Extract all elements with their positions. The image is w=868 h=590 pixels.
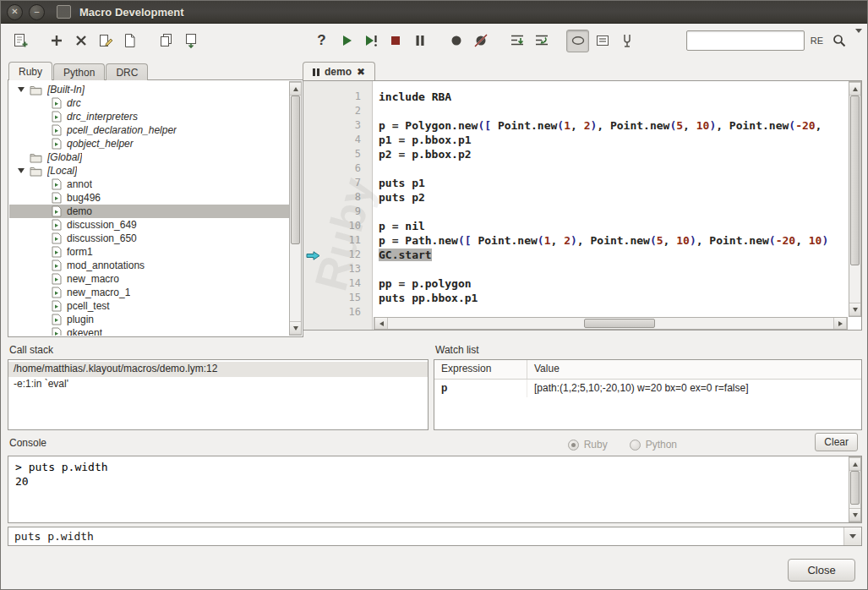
scroll-down-icon[interactable] xyxy=(849,303,860,316)
call-stack-item[interactable]: -e:1:in `eval' xyxy=(8,377,428,392)
code-line-11[interactable]: p = Path.new([ Point.new(1, 2), Point.ne… xyxy=(374,234,848,249)
tree-item-drc-interpreters[interactable]: drc_interpreters xyxy=(9,110,289,123)
line-number-15[interactable]: 15 xyxy=(303,292,372,306)
code-line-5[interactable]: p2 = p.bbox.p2 xyxy=(374,148,848,162)
line-number-14[interactable]: 14 xyxy=(303,277,372,292)
tree-vertical-scrollbar[interactable] xyxy=(289,81,302,336)
search-button[interactable] xyxy=(830,30,849,52)
tab-drc[interactable]: DRC xyxy=(106,63,148,80)
scroll-right-icon[interactable] xyxy=(833,318,847,329)
scroll-down-icon[interactable] xyxy=(290,321,301,335)
search-input[interactable] xyxy=(686,30,805,51)
code-line-9[interactable] xyxy=(374,205,848,220)
tree-item-demo[interactable]: demo xyxy=(9,205,289,218)
scroll-up-icon[interactable] xyxy=(849,82,860,96)
code-line-8[interactable]: puts p2 xyxy=(374,191,848,205)
console-input[interactable] xyxy=(8,530,843,543)
code-line-15[interactable]: puts pp.bbox.p1 xyxy=(374,292,848,306)
line-number-13[interactable]: 13 xyxy=(303,263,372,277)
code-line-14[interactable]: pp = p.polygon xyxy=(374,277,848,292)
debug-mode-toggle-button[interactable] xyxy=(566,30,589,52)
help-button[interactable]: ? xyxy=(310,30,333,52)
tab-ruby[interactable]: Ruby xyxy=(8,62,52,80)
tree-scroll-thumb[interactable] xyxy=(291,96,300,244)
rename-button[interactable] xyxy=(94,30,117,52)
tree-item-pcell-declaration-helper[interactable]: pcell_declaration_helper xyxy=(9,123,289,137)
line-number-8[interactable]: 8 xyxy=(303,191,372,205)
code-line-10[interactable]: p = nil xyxy=(374,220,848,234)
search-options-chevron[interactable] xyxy=(855,33,862,48)
scroll-down-icon[interactable] xyxy=(849,508,860,522)
line-number-5[interactable]: 5 xyxy=(303,148,372,162)
tree-item-annot[interactable]: annot xyxy=(9,178,289,191)
new-macro-button[interactable] xyxy=(8,30,31,52)
tree-item-global[interactable]: [Global] xyxy=(9,150,289,164)
run-from-current-button[interactable] xyxy=(359,30,382,52)
tree-item-new-macro[interactable]: new_macro xyxy=(9,272,289,286)
step-into-button[interactable] xyxy=(505,30,528,52)
code-line-12[interactable]: GC.start xyxy=(374,249,848,263)
tree-item-local[interactable]: [Local] xyxy=(9,164,289,178)
line-number-4[interactable]: 4 xyxy=(303,134,372,148)
clear-breakpoints-button[interactable] xyxy=(469,30,492,52)
tree-item-drc[interactable]: drc xyxy=(9,96,289,110)
line-number-7[interactable]: 7 xyxy=(303,177,372,191)
column-header-expression[interactable]: Expression xyxy=(434,360,527,379)
editor-horizontal-scrollbar[interactable] xyxy=(374,317,848,330)
step-over-button[interactable] xyxy=(530,30,553,52)
line-number-3[interactable]: 3 xyxy=(303,119,372,134)
code-line-7[interactable]: puts p1 xyxy=(374,177,848,191)
code-line-13[interactable] xyxy=(374,263,848,277)
tree-item-pcell-test[interactable]: pcell_test xyxy=(9,299,289,313)
save-all-button[interactable] xyxy=(155,30,177,52)
code-area[interactable]: include RBAp = Polygon.new([ Point.new(1… xyxy=(374,81,848,330)
line-number-6[interactable]: 6 xyxy=(303,162,372,177)
tree-item-new-macro-1[interactable]: new_macro_1 xyxy=(9,286,289,299)
tree-item-discussion-650[interactable]: discussion_650 xyxy=(9,232,289,245)
line-number-16[interactable]: 16 xyxy=(303,306,372,320)
console-history-dropdown[interactable] xyxy=(843,527,861,545)
call-stack-item[interactable]: /home/matthias/.klayout/macros/demo.lym:… xyxy=(8,362,428,377)
clear-button[interactable]: Clear xyxy=(815,433,858,451)
code-line-1[interactable]: include RBA xyxy=(374,90,848,105)
delete-button[interactable] xyxy=(69,30,92,52)
run-button[interactable] xyxy=(335,30,358,52)
tree-item-form1[interactable]: form1 xyxy=(9,245,289,259)
tree-item-mod-annotations[interactable]: mod_annotations xyxy=(9,259,289,272)
console-vertical-scrollbar[interactable] xyxy=(849,456,861,522)
tree-item-discussion-649[interactable]: discussion_649 xyxy=(9,218,289,232)
line-number-2[interactable]: 2 xyxy=(303,105,372,119)
code-line-3[interactable]: p = Polygon.new([ Point.new(1, 2), Point… xyxy=(374,119,848,134)
tree-item-built-in[interactable]: [Built-In] xyxy=(9,83,289,96)
close-tab-icon[interactable]: ✖ xyxy=(357,67,365,77)
scroll-up-icon[interactable] xyxy=(290,82,301,96)
line-number-1[interactable]: 1 xyxy=(303,90,372,105)
save-button[interactable] xyxy=(179,30,202,52)
line-number-12[interactable]: 12 xyxy=(303,249,372,263)
radio-ruby[interactable]: Ruby xyxy=(568,439,608,451)
line-number-10[interactable]: 10 xyxy=(303,220,372,234)
line-number-9[interactable]: 9 xyxy=(303,205,372,220)
close-button[interactable]: Close xyxy=(788,559,855,582)
scroll-up-icon[interactable] xyxy=(849,457,860,471)
watch-row[interactable]: p[path:(1,2;5,10;-20,10) w=20 bx=0 ex=0 … xyxy=(434,380,861,397)
console-scroll-thumb[interactable] xyxy=(850,471,860,505)
line-number-11[interactable]: 11 xyxy=(303,234,372,249)
minimize-window-button[interactable]: – xyxy=(29,4,45,20)
properties-button[interactable] xyxy=(591,30,614,52)
breakpoint-button[interactable] xyxy=(445,30,467,52)
import-button[interactable] xyxy=(118,30,141,52)
expander-icon[interactable] xyxy=(18,168,25,173)
stop-button[interactable] xyxy=(384,30,407,52)
tree-item-qobject-helper[interactable]: qobject_helper xyxy=(9,137,289,150)
code-line-4[interactable]: p1 = p.bbox.p1 xyxy=(374,134,848,148)
code-line-6[interactable] xyxy=(374,162,848,177)
close-window-button[interactable]: ✕ xyxy=(7,4,23,20)
expander-icon[interactable] xyxy=(18,87,25,92)
setup-button[interactable] xyxy=(615,30,638,52)
pause-button[interactable] xyxy=(408,30,431,52)
add-button[interactable] xyxy=(45,30,68,52)
tab-python[interactable]: Python xyxy=(53,63,105,80)
code-line-2[interactable] xyxy=(374,105,848,119)
editor-hscroll-thumb[interactable] xyxy=(584,319,655,328)
